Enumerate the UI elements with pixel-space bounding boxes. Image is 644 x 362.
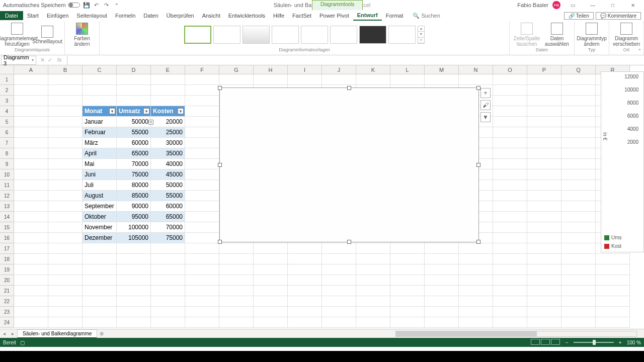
col-header[interactable]: E [151,65,185,74]
cell[interactable] [356,254,390,264]
menu-format[interactable]: Format [382,11,408,20]
cell[interactable] [561,286,596,296]
cell[interactable] [356,317,390,328]
chart-style-3[interactable] [243,26,270,44]
cell[interactable] [322,254,356,264]
menu-power pivot[interactable]: Power Pivot [315,11,353,20]
cell[interactable] [561,180,596,191]
col-header[interactable]: Q [561,65,596,74]
cell[interactable]: 60000 [117,138,151,148]
cell[interactable]: Dezember [83,233,117,243]
col-header[interactable]: D [117,65,151,74]
cell[interactable] [596,296,630,307]
chart-style-4[interactable] [272,26,299,44]
close-icon[interactable]: ✕ [625,1,641,9]
cancel-formula-icon[interactable]: ✕ [40,57,45,63]
cell[interactable] [185,138,219,148]
cell[interactable] [527,159,561,169]
cell[interactable] [390,275,425,286]
cell[interactable] [493,169,527,180]
style-gallery-nav[interactable]: ▴▾▿ [418,26,425,44]
cell[interactable]: Februar [83,127,117,138]
cell[interactable]: 70000 [151,222,185,233]
cell[interactable] [390,296,425,307]
cell[interactable] [117,96,151,106]
cell[interactable] [14,85,48,96]
menu-einfügen[interactable]: Einfügen [43,11,72,20]
cell[interactable] [527,254,561,264]
cell[interactable] [185,180,219,191]
col-header[interactable]: A [14,65,48,74]
cell[interactable] [48,286,83,296]
col-header[interactable]: O [493,65,527,74]
cell[interactable] [219,243,254,254]
cell[interactable] [493,74,527,85]
cell[interactable] [14,264,48,275]
cell[interactable] [48,169,83,180]
cell[interactable] [527,243,561,254]
cell[interactable] [425,275,459,286]
cell[interactable]: 50000 [117,117,151,127]
cell[interactable] [185,317,219,328]
ribbon-mode-icon[interactable]: ▭ [565,1,581,9]
col-header[interactable]: L [390,65,425,74]
menu-factset[interactable]: FactSet [288,11,315,20]
resize-handle[interactable] [218,86,222,90]
cell[interactable] [219,264,254,275]
cell[interactable] [322,317,356,328]
chart-style-7[interactable] [359,26,386,44]
cell[interactable] [561,233,596,243]
cell[interactable] [48,201,83,212]
minimize-icon[interactable]: ― [585,1,601,9]
cell[interactable] [390,74,425,85]
cell[interactable] [48,106,83,117]
cell[interactable] [561,264,596,275]
cell[interactable] [527,286,561,296]
cell[interactable] [425,296,459,307]
cell[interactable]: 65000 [117,148,151,159]
cell[interactable] [596,307,630,317]
cell[interactable]: Kosten▾ [151,106,185,117]
chart-style-1[interactable] [184,26,211,44]
cell[interactable]: Juni [83,169,117,180]
cell[interactable] [527,148,561,159]
cell[interactable]: Mai [83,159,117,169]
cell[interactable] [493,243,527,254]
cell[interactable] [356,275,390,286]
cell[interactable] [48,212,83,222]
cell[interactable]: September [83,201,117,212]
cell[interactable] [527,233,561,243]
cell[interactable] [48,180,83,191]
col-header[interactable]: B [48,65,83,74]
cell[interactable] [185,222,219,233]
cell[interactable] [527,106,561,117]
cell[interactable] [288,307,322,317]
cell[interactable] [14,201,48,212]
cell[interactable] [561,212,596,222]
cell[interactable] [493,180,527,191]
cell[interactable] [219,307,254,317]
cell[interactable] [527,117,561,127]
cell[interactable] [288,74,322,85]
row-header[interactable]: 23 [0,307,14,317]
cell[interactable] [561,201,596,212]
cell[interactable] [390,317,425,328]
cell[interactable] [185,243,219,254]
cell[interactable] [219,74,254,85]
confirm-formula-icon[interactable]: ✓ [48,57,52,63]
menu-überprüfen[interactable]: Überprüfen [163,11,198,20]
cell[interactable] [561,148,596,159]
cell[interactable]: 60000 [151,201,185,212]
cell[interactable] [561,296,596,307]
zoom-slider[interactable] [574,342,614,343]
add-sheet-icon[interactable]: ⊕ [97,331,106,336]
change-colors-button[interactable]: Farben ändern [68,23,96,47]
cell[interactable] [425,74,459,85]
cell[interactable] [561,74,596,85]
cell[interactable]: 35000 [151,148,185,159]
cell[interactable] [14,317,48,328]
autosave-toggle[interactable]: Automatisches Speichern [3,2,80,8]
cell[interactable] [425,286,459,296]
cell[interactable] [14,117,48,127]
menu-start[interactable]: Start [23,11,43,20]
